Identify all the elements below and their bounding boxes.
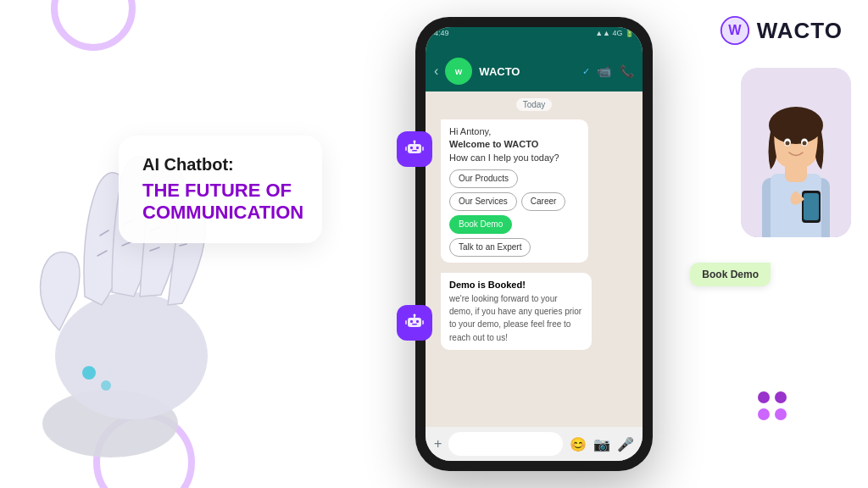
greeting-hi: Hi Antony, [449, 126, 491, 136]
greeting-text: Hi Antony, Welcome to WACTO How can I he… [449, 125, 580, 164]
hero-title-line3: COMMUNICATION [142, 202, 303, 223]
wa-footer: + 😊 📷 🎤 [426, 427, 643, 461]
contact-name: WACTO [479, 65, 579, 78]
svg-rect-21 [405, 147, 407, 151]
svg-point-20 [414, 141, 416, 143]
svg-point-42 [803, 141, 807, 146]
svg-rect-29 [405, 320, 407, 324]
svg-point-28 [414, 314, 416, 317]
wacto-logo-icon: W [720, 15, 750, 46]
qr-career[interactable]: Career [521, 192, 566, 211]
svg-rect-30 [422, 320, 424, 324]
date-divider: Today [516, 98, 553, 111]
svg-rect-25 [416, 320, 419, 323]
svg-rect-17 [416, 147, 419, 149]
quick-replies-container: Our Products Our Services Career Book De… [449, 169, 580, 257]
phone-status-bar: 4:49 ▲▲ 4G 🔋 [426, 27, 643, 37]
phone-mockup: 4:49 ▲▲ 4G 🔋 ‹ W WACTO ✓ 📹 📞 [415, 17, 653, 471]
incoming-message-2: Demo is Booked! we're looking forward to… [441, 273, 592, 350]
hero-text-card: AI Chatbot: THE FUTURE OF COMMUNICATION [119, 136, 322, 243]
floating-bot-icon-2 [397, 305, 432, 341]
status-signal: ▲▲ 4G 🔋 [595, 29, 634, 37]
hero-title-line2: THE FUTURE OF [142, 180, 292, 201]
qr-book-demo[interactable]: Book Demo [449, 215, 512, 234]
hero-title-line1: AI Chatbot: [142, 154, 298, 175]
svg-rect-24 [410, 320, 413, 323]
svg-rect-23 [408, 318, 421, 327]
greeting-question: How can I help you today? [449, 152, 559, 163]
girl-photo [741, 68, 851, 237]
svg-text:W: W [728, 22, 742, 37]
whatsapp-header: ‹ W WACTO ✓ 📹 📞 [426, 37, 643, 92]
qr-our-products[interactable]: Our Products [449, 169, 518, 188]
svg-rect-18 [412, 150, 417, 152]
hero-title-lines: THE FUTURE OF COMMUNICATION [142, 180, 298, 225]
greeting-welcome: Welcome to WACTO [449, 139, 538, 149]
svg-text:W: W [455, 68, 463, 76]
svg-point-41 [786, 141, 790, 146]
emoji-icon[interactable]: 😊 [570, 436, 587, 452]
attach-icon[interactable]: + [434, 436, 442, 452]
svg-rect-14 [0, 17, 322, 483]
demo-booked-text: Demo is Booked! we're looking forward to… [449, 279, 583, 344]
phone-screen: 4:49 ▲▲ 4G 🔋 ‹ W WACTO ✓ 📹 📞 [426, 27, 643, 461]
mic-icon[interactable]: 🎤 [617, 436, 634, 452]
floating-bot-icon-1 [397, 131, 432, 167]
contact-avatar: W [445, 58, 472, 85]
call-icon[interactable]: 📞 [620, 64, 634, 78]
robot-hand-svg [0, 17, 322, 483]
svg-rect-15 [408, 144, 421, 153]
book-demo-outgoing-bubble: Book Demo [690, 263, 771, 286]
qr-our-services[interactable]: Our Services [449, 192, 517, 211]
svg-rect-22 [422, 147, 424, 151]
status-time: 4:49 [434, 29, 449, 37]
back-icon[interactable]: ‹ [434, 64, 438, 79]
chat-area: Today Hi Antony, Welcome to WACTO How ca… [426, 92, 643, 427]
video-icon[interactable]: 📹 [597, 64, 611, 78]
svg-rect-26 [412, 324, 417, 325]
logo-area: W WACTO [720, 15, 843, 46]
svg-rect-16 [410, 147, 413, 149]
camera-icon[interactable]: 📷 [593, 436, 610, 452]
svg-point-38 [769, 107, 823, 144]
header-icons: 📹 📞 [597, 64, 634, 78]
robot-hand-section [0, 0, 322, 488]
decorative-dots-right [758, 391, 792, 420]
incoming-message-1: Hi Antony, Welcome to WACTO How can I he… [441, 119, 588, 263]
girl-svg [741, 68, 851, 237]
qr-talk-expert[interactable]: Talk to an Expert [449, 238, 531, 257]
logo-text: WACTO [757, 18, 843, 44]
verified-badge: ✓ [582, 66, 590, 77]
svg-rect-44 [804, 193, 819, 220]
message-input[interactable] [448, 432, 563, 456]
